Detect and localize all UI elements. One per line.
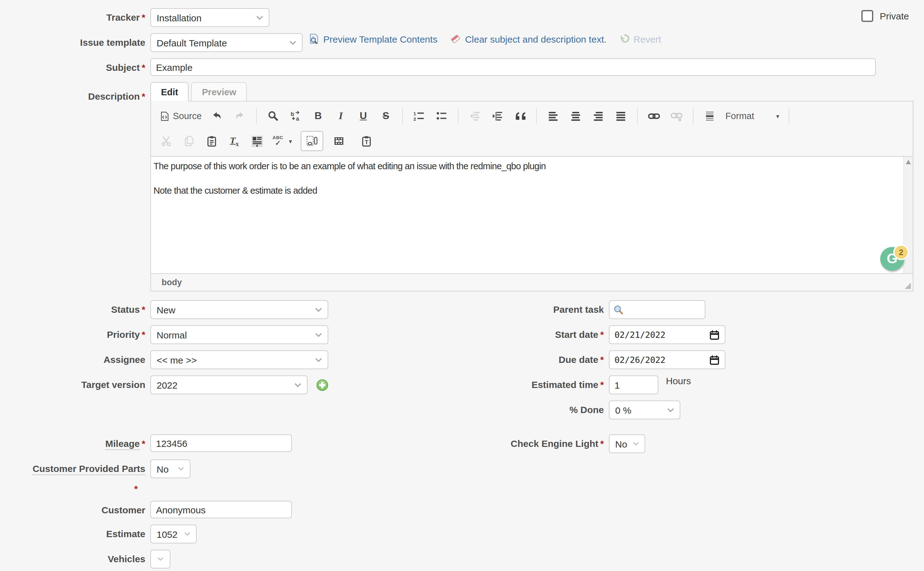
format-dropdown[interactable]: Format ▾: [722, 106, 783, 125]
customer-provided-parts-select[interactable]: No: [150, 460, 191, 478]
issue-template-label: Issue template: [0, 33, 150, 48]
mileage-input[interactable]: [150, 434, 292, 452]
outdent-button[interactable]: [464, 106, 485, 125]
check-engine-light-select[interactable]: No: [609, 434, 645, 453]
replace-icon: ba: [290, 110, 301, 122]
div-container-button[interactable]: [699, 106, 721, 125]
assignee-select[interactable]: << me >>: [150, 350, 328, 369]
align-justify-button[interactable]: [610, 106, 631, 125]
tracker-value: Installation: [157, 12, 202, 23]
estimated-time-label: Estimated time*: [328, 375, 609, 390]
rich-text-editor: Source ba B I U S 12: [150, 101, 913, 292]
estimated-time-input[interactable]: [609, 375, 658, 394]
grammarly-widget[interactable]: G 2: [880, 244, 909, 272]
replace-button[interactable]: ba: [285, 106, 306, 125]
spell-check-button[interactable]: ABC ✓ ▾: [269, 132, 296, 150]
priority-label: Priority*: [0, 325, 150, 340]
description-row: Description* Edit Preview Source: [0, 82, 924, 292]
align-left-button[interactable]: [542, 106, 564, 125]
status-parent-row: Status* New Parent task: [0, 300, 924, 319]
undo-icon: [211, 110, 223, 122]
copy-button[interactable]: [179, 132, 200, 150]
cut-button[interactable]: [156, 132, 177, 150]
customer-input[interactable]: [150, 501, 292, 519]
description-label: Description*: [0, 82, 150, 102]
undo-button[interactable]: [207, 106, 228, 125]
preview-template-link[interactable]: Preview Template Contents: [323, 34, 437, 44]
bold-button[interactable]: B: [308, 106, 329, 125]
paste-text-button[interactable]: T: [356, 132, 377, 150]
bulleted-list-icon: [436, 110, 447, 122]
bulleted-list-button[interactable]: [431, 106, 452, 125]
vehicles-select[interactable]: [150, 550, 170, 568]
chevron-down-icon: [290, 40, 296, 45]
parent-task-input[interactable]: [609, 300, 705, 319]
remove-format-icon: Tx: [230, 135, 239, 147]
blockquote-button[interactable]: [509, 106, 531, 125]
revert-link[interactable]: Revert: [634, 34, 661, 44]
tracker-label: Tracker*: [0, 8, 150, 23]
due-date-label: Due date*: [328, 350, 609, 366]
underline-button[interactable]: U: [353, 106, 374, 125]
template-links: Preview Template Contents Clear subject …: [309, 33, 661, 45]
due-date-input[interactable]: 02/26/2022: [609, 350, 725, 369]
estimate-row: Estimate 1052: [0, 525, 924, 543]
editor-element-path-bar: body: [151, 273, 913, 291]
clear-subject-description-link[interactable]: Clear subject and description text.: [465, 34, 607, 44]
source-button[interactable]: Source: [156, 106, 205, 125]
align-center-button[interactable]: [565, 106, 586, 125]
align-right-button[interactable]: [588, 106, 609, 125]
paste-from-word-button[interactable]: [246, 132, 268, 150]
estimate-value: 1052: [157, 529, 178, 539]
numbered-list-button[interactable]: 12: [408, 106, 430, 125]
hours-suffix: Hours: [666, 375, 691, 386]
element-path[interactable]: body: [162, 278, 182, 287]
chevron-down-icon: [184, 532, 191, 536]
editor-content-area[interactable]: The purpose of this work order is to be …: [151, 157, 913, 273]
preview-template-icon: [309, 33, 319, 45]
priority-select[interactable]: Normal: [150, 325, 328, 344]
remove-format-button[interactable]: Tx: [223, 132, 245, 150]
italic-button[interactable]: I: [330, 106, 351, 125]
toolbar-row-2: Tx ABC ✓ ▾ T: [156, 128, 908, 154]
scroll-up-icon: [906, 160, 911, 164]
target-version-select[interactable]: 2022: [150, 375, 308, 394]
target-version-value: 2022: [157, 380, 178, 390]
link-button[interactable]: [643, 106, 665, 125]
customer-row: Customer: [0, 501, 924, 519]
strikethrough-button[interactable]: S: [375, 106, 397, 125]
estimate-select[interactable]: 1052: [150, 525, 197, 543]
tab-edit[interactable]: Edit: [150, 82, 189, 102]
percent-done-select[interactable]: 0 %: [609, 401, 680, 419]
redo-button[interactable]: [229, 106, 251, 125]
indent-button[interactable]: [487, 106, 508, 125]
widget-button[interactable]: [301, 131, 323, 151]
blockquote-icon: [514, 110, 526, 122]
issue-template-select[interactable]: Default Template: [150, 33, 303, 52]
resize-handle-icon[interactable]: [905, 283, 911, 289]
add-version-button[interactable]: [316, 379, 328, 391]
private-checkbox[interactable]: [862, 10, 873, 22]
issue-edit-page: Private Tracker* Installation Issue temp…: [0, 0, 924, 571]
tracker-select[interactable]: Installation: [150, 8, 270, 27]
numbered-list-icon: 12: [413, 110, 425, 122]
media-button[interactable]: [328, 132, 350, 150]
status-select[interactable]: New: [150, 300, 328, 319]
subject-input[interactable]: [150, 58, 876, 76]
tab-preview[interactable]: Preview: [191, 82, 247, 102]
target-version-label: Target version: [0, 375, 150, 390]
parent-task-label: Parent task: [328, 300, 609, 315]
start-date-input[interactable]: 02/21/2022: [609, 325, 725, 344]
redo-icon: [234, 110, 246, 122]
assignee-duedate-row: Assignee << me >> Due date* 02/26/2022: [0, 350, 924, 369]
editor-toolbar: Source ba B I U S 12: [151, 102, 913, 157]
cut-icon: [161, 135, 172, 147]
align-justify-icon: [615, 110, 627, 122]
paste-button[interactable]: [201, 132, 222, 150]
toolbar-separator: [458, 108, 459, 124]
targetversion-estimatedtime-row: Target version 2022 Estimated time* Hour…: [0, 375, 924, 394]
find-button[interactable]: [262, 106, 284, 125]
grammarly-badge: 2: [893, 244, 909, 260]
unlink-button[interactable]: [666, 106, 687, 125]
subject-label: Subject*: [0, 58, 150, 73]
